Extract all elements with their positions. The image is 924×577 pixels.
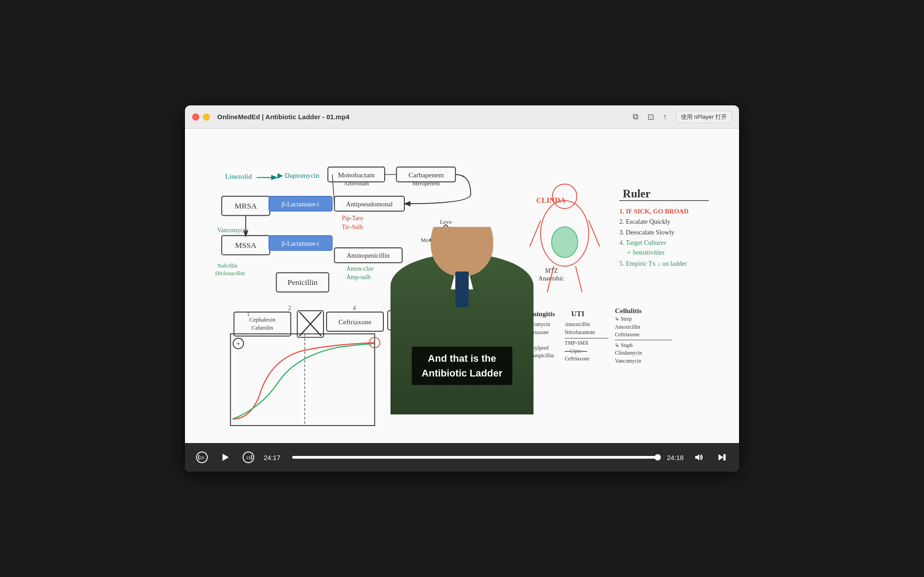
svg-text:MRSA: MRSA	[235, 201, 257, 210]
svg-text:2: 2	[288, 305, 291, 311]
svg-text:UTI: UTI	[571, 309, 584, 318]
fullscreen-icon[interactable]: ⊡	[647, 112, 654, 122]
svg-text:Pip-Taro: Pip-Taro	[342, 215, 363, 222]
svg-text:Ceftriaxone: Ceftriaxone	[565, 356, 589, 362]
svg-text:Amp-sulb: Amp-sulb	[346, 274, 371, 280]
svg-rect-0	[222, 197, 270, 216]
subtitle-line1: And that is the	[422, 351, 503, 366]
svg-text:Clindamycin: Clindamycin	[615, 350, 642, 356]
svg-line-45	[332, 175, 335, 204]
pip-icon[interactable]: ⧉	[633, 112, 638, 121]
close-button[interactable]	[192, 113, 199, 121]
svg-text:4. Target Cultures: 4. Target Cultures	[619, 239, 666, 246]
svg-text:MTZ: MTZ	[545, 268, 558, 274]
svg-text:Monobactam: Monobactam	[338, 171, 374, 179]
svg-text:Ruler: Ruler	[623, 187, 651, 200]
svg-text:Vancomycin: Vancomycin	[615, 358, 641, 364]
svg-text:Cephalexin: Cephalexin	[249, 317, 276, 323]
forward-15-button[interactable]: 15	[240, 449, 256, 465]
svg-point-92	[552, 184, 577, 209]
svg-rect-13	[234, 312, 291, 336]
progress-bar[interactable]	[292, 456, 659, 459]
svg-text:Carbapenem: Carbapenem	[408, 171, 444, 179]
svg-point-97	[551, 227, 578, 257]
play-button[interactable]	[217, 449, 233, 465]
rewind-15-button[interactable]: 15	[194, 449, 210, 465]
svg-text:Nafcillin: Nafcillin	[217, 263, 238, 269]
titlebar: OnlineMedEd | Antibiotic Ladder - 01.mp4…	[185, 105, 739, 129]
share-icon[interactable]: ↑	[663, 112, 667, 121]
svg-text:Ceftriaxone: Ceftriaxone	[615, 332, 639, 338]
svg-text:Aztreonam: Aztreonam	[344, 180, 369, 187]
svg-text:Ceftriaxone: Ceftriaxone	[339, 318, 372, 326]
svg-rect-8	[276, 273, 328, 292]
svg-text:Meropenem: Meropenem	[412, 180, 440, 187]
svg-rect-54	[231, 334, 375, 426]
svg-text:4: 4	[353, 305, 356, 311]
svg-text:Amoxicillin: Amoxicillin	[615, 324, 640, 330]
svg-text:+: +	[236, 340, 240, 347]
app-window: OnlineMedEd | Antibiotic Ladder - 01.mp4…	[185, 105, 739, 472]
svg-rect-19	[327, 312, 383, 331]
svg-text:TMP-SMX: TMP-SMX	[565, 340, 589, 346]
skip-forward-button[interactable]	[714, 449, 730, 465]
svg-text:Dicloxacillin: Dicloxacillin	[215, 270, 245, 276]
subtitle-line2: Antibiotic Ladder	[422, 366, 503, 380]
svg-rect-35	[328, 167, 385, 182]
nplayer-button[interactable]: 使用 nPlayer 打开	[676, 111, 732, 123]
svg-text:↳ Staph: ↳ Staph	[615, 343, 633, 348]
svg-text:15: 15	[200, 456, 204, 460]
svg-text:Amox-clav: Amox-clav	[346, 265, 374, 272]
svg-text:3. Deescalate Slowly: 3. Deescalate Slowly	[619, 229, 675, 236]
svg-text:Nitrofurantoin: Nitrofurantoin	[565, 330, 595, 335]
svg-text:▶ Daptomycin: ▶ Daptomycin	[277, 171, 319, 179]
window-title: OnlineMedEd | Antibiotic Ladder - 01.mp4	[217, 113, 633, 121]
svg-point-91	[541, 201, 589, 266]
minimize-button[interactable]	[203, 113, 210, 121]
progress-bar-fill	[292, 456, 658, 459]
svg-text:Amoxicillin: Amoxicillin	[565, 322, 590, 327]
svg-text:MSSA: MSSA	[235, 241, 256, 250]
svg-text:+ Sensitivities: + Sensitivities	[627, 249, 665, 256]
svg-text:β-Lactamase-i: β-Lactamase-i	[281, 201, 319, 208]
svg-text:5. Empiric Tx ↓ on ladder: 5. Empiric Tx ↓ on ladder	[619, 260, 687, 267]
video-controls: 15 15 24:17 24:18	[185, 443, 739, 472]
total-time: 24:18	[667, 454, 684, 461]
svg-text:2. Escalate Quickly: 2. Escalate Quickly	[619, 218, 671, 225]
svg-rect-25	[269, 236, 332, 251]
svg-rect-23	[269, 197, 332, 211]
svg-text:CLINDA: CLINDA	[536, 196, 566, 205]
svg-text:Penicillin: Penicillin	[287, 278, 318, 287]
svg-text:Linezolid: Linezolid	[225, 172, 252, 180]
svg-marker-112	[718, 454, 723, 460]
volume-button[interactable]	[691, 449, 707, 465]
svg-text:Antipseudomonal: Antipseudomonal	[346, 201, 393, 208]
svg-text:↳ Strep: ↳ Strep	[615, 316, 632, 322]
svg-point-56	[370, 337, 380, 347]
svg-text:15: 15	[246, 456, 251, 460]
video-area[interactable]: MRSA MSSA Vancomycin Nafcillin Dicloxaci…	[185, 129, 739, 443]
progress-dot	[655, 454, 661, 460]
svg-text:Cellulitis: Cellulitis	[615, 307, 642, 314]
svg-line-96	[575, 266, 582, 293]
svg-text:Aminopenicillin: Aminopenicillin	[347, 252, 390, 259]
svg-text:β-Lactamase-i: β-Lactamase-i	[281, 240, 319, 247]
svg-text:1. IF SICK, GO BROAD: 1. IF SICK, GO BROAD	[619, 208, 689, 215]
svg-text:Cafarolin: Cafarolin	[252, 325, 273, 331]
svg-text:Anaerobic: Anaerobic	[538, 275, 564, 282]
svg-marker-108	[223, 454, 229, 461]
titlebar-actions: ⧉ ⊡ ↑ 使用 nPlayer 打开	[633, 111, 732, 123]
window-controls	[192, 113, 210, 121]
svg-text:Vancomycin: Vancomycin	[217, 227, 248, 234]
svg-line-17	[299, 312, 321, 336]
svg-point-57	[233, 338, 244, 348]
current-time: 24:17	[264, 454, 285, 461]
svg-text:Tic-Sulb: Tic-Sulb	[342, 224, 363, 230]
svg-rect-38	[396, 167, 455, 182]
whiteboard: MRSA MSSA Vancomycin Nafcillin Dicloxaci…	[185, 129, 739, 443]
svg-rect-18	[297, 311, 323, 338]
svg-line-94	[589, 220, 600, 247]
svg-line-95	[547, 266, 554, 293]
svg-line-16	[299, 312, 321, 336]
svg-text:Levo: Levo	[440, 219, 452, 225]
